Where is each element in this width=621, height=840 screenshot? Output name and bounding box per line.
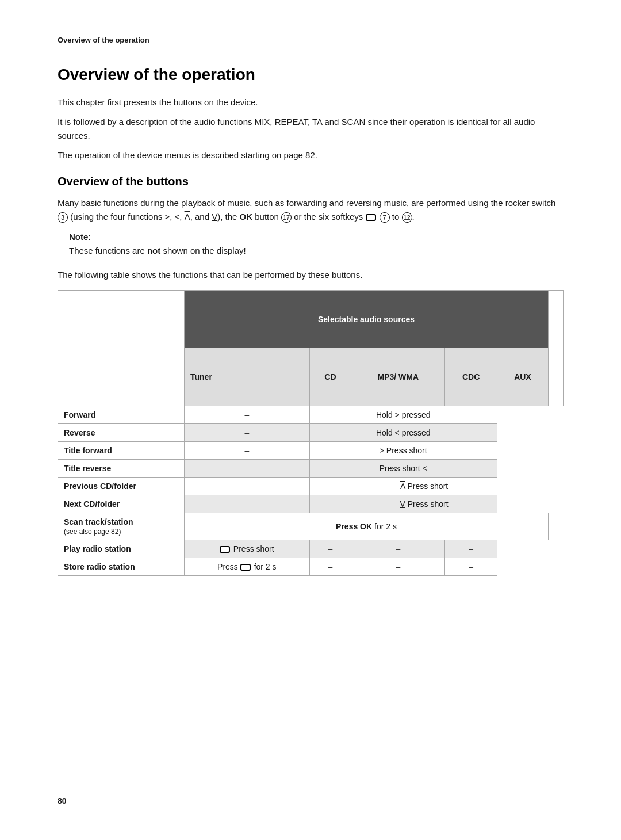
tuner-play-radio: Press short [185, 540, 310, 558]
table-row: Forward – Hold > pressed [58, 406, 564, 423]
table-intro: The following table shows the functions … [57, 268, 564, 282]
col-tuner-header: Tuner [185, 348, 310, 406]
table-row: Scan track/station (see also page 82) Pr… [58, 513, 564, 540]
table-row: Store radio station Press for 2 s – – – [58, 558, 564, 575]
intro-para-1: This chapter first presents the buttons … [57, 96, 564, 109]
circle-7: 7 [379, 212, 390, 223]
page-number: 80 [57, 796, 67, 805]
action-prev-cd: Previous CD/folder [58, 477, 185, 495]
page: Overview of the operation Overview of th… [0, 0, 621, 840]
cd-next-cd: – [309, 495, 351, 513]
tuner-title-reverse: – [185, 459, 310, 477]
col-cdc-header: CDC [445, 348, 497, 406]
cd-cdc-title-reverse: Press short < [309, 459, 497, 477]
circle-12: 12 [402, 212, 412, 223]
action-play-radio: Play radio station [58, 540, 185, 558]
softkey-icon-play [220, 546, 230, 553]
audio-sources-header: Selectable audio sources [185, 291, 549, 348]
cdc-play-radio: – [445, 540, 497, 558]
tuner-title-forward: – [185, 441, 310, 459]
table-row: Play radio station Press short – – – [58, 540, 564, 558]
page-title: Overview of the operation [57, 66, 564, 84]
tuner-next-cd: – [185, 495, 310, 513]
action-forward: Forward [58, 406, 185, 423]
intro-para-2: It is followed by a description of the a… [57, 115, 564, 143]
col-aux-header: AUX [497, 348, 548, 406]
subsection-intro: Many basic functions during the playback… [57, 196, 564, 224]
note-text: These functions are not shown on the dis… [69, 244, 564, 258]
cd-cdc-forward: Hold > pressed [309, 406, 497, 423]
note-block: Note: These functions are not shown on t… [69, 232, 564, 258]
table-row: Reverse – Hold < pressed [58, 423, 564, 441]
action-reverse: Reverse [58, 423, 185, 441]
cd-play-radio: – [309, 540, 351, 558]
all-scan: Press OK for 2 s [185, 513, 549, 540]
side-label: No operation possible of Memphis [549, 291, 560, 406]
action-scan: Scan track/station (see also page 82) [58, 513, 185, 540]
intro-para-3: The operation of the device menus is des… [57, 148, 564, 162]
action-store-radio: Store radio station [58, 558, 185, 575]
cd-store-radio: – [309, 558, 351, 575]
page-line-divider [67, 786, 67, 809]
mp3-play-radio: – [351, 540, 445, 558]
cd-prev-cd: – [309, 477, 351, 495]
table-row: Title reverse – Press short < [58, 459, 564, 477]
table-row: Title forward – > Press short [58, 441, 564, 459]
cd-cdc-title-forward: > Press short [309, 441, 497, 459]
softkey-icon-store [240, 564, 251, 571]
col-what-header: What do you want to do? [58, 291, 185, 406]
tuner-reverse: – [185, 423, 310, 441]
cd-cdc-reverse: Hold < pressed [309, 423, 497, 441]
col-mp3wma-header: MP3/ WMA [351, 348, 445, 406]
col-cd-header: CD [309, 348, 351, 406]
tuner-store-radio: Press for 2 s [185, 558, 310, 575]
tuner-prev-cd: – [185, 477, 310, 495]
circle-3: 3 [57, 212, 68, 223]
action-next-cd: Next CD/folder [58, 495, 185, 513]
chapter-header-label: Overview of the operation [57, 36, 150, 44]
mp3-cdc-next-cd: V Press short [351, 495, 497, 513]
functions-table: What do you want to do? Selectable audio… [57, 290, 564, 576]
note-label: Note: [69, 232, 564, 242]
mp3-store-radio: – [351, 558, 445, 575]
action-title-forward: Title forward [58, 441, 185, 459]
circle-17: 17 [281, 212, 292, 223]
mp3-cdc-prev-cd: Λ Press short [351, 477, 497, 495]
softkey-icon [366, 214, 376, 221]
table-row: Previous CD/folder – – Λ Press short [58, 477, 564, 495]
page-header: Overview of the operation [57, 35, 564, 48]
table-row: Next CD/folder – – V Press short [58, 495, 564, 513]
subsection-title: Overview of the buttons [57, 175, 564, 188]
action-title-reverse: Title reverse [58, 459, 185, 477]
cdc-store-radio: – [445, 558, 497, 575]
tuner-forward: – [185, 406, 310, 423]
side-label-cell: No operation possible of Memphis [549, 291, 564, 406]
